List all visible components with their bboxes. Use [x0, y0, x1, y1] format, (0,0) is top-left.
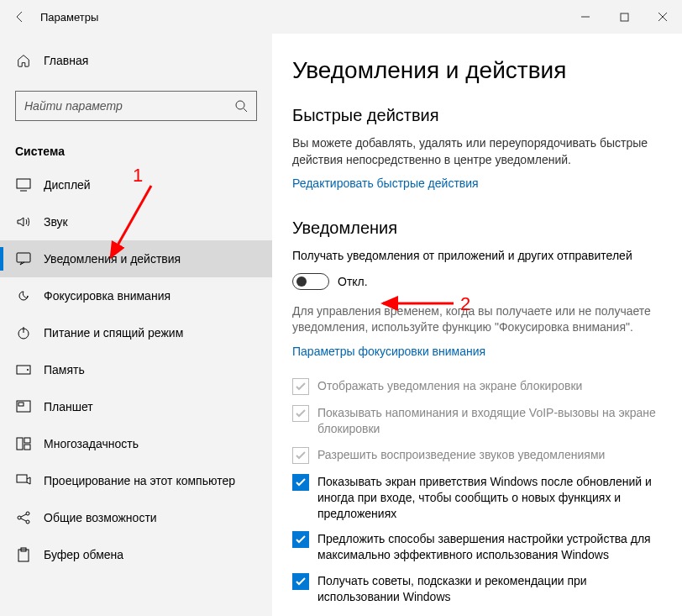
back-button[interactable]: [0, 10, 40, 24]
sidebar-item-focus[interactable]: Фокусировка внимания: [0, 277, 272, 314]
svg-point-4: [236, 101, 244, 109]
svg-rect-8: [17, 253, 30, 262]
window-title: Параметры: [40, 11, 98, 24]
minimize-button[interactable]: [566, 0, 605, 34]
sidebar-item-clipboard[interactable]: Буфер обмена: [0, 536, 272, 573]
sidebar-item-label: Уведомления и действия: [44, 252, 181, 266]
checkbox-icon: [292, 474, 309, 491]
focus-note: Для управления временем, когда вы получа…: [292, 303, 662, 336]
svg-point-21: [26, 520, 29, 524]
sidebar-home-label: Главная: [44, 54, 88, 67]
sidebar-item-label: Общие возможности: [44, 511, 157, 524]
sidebar-item-storage[interactable]: Память: [0, 351, 272, 388]
sound-icon: [15, 213, 32, 230]
svg-rect-16: [24, 438, 30, 443]
check-setup-suggestions[interactable]: Предложить способы завершения настройки …: [292, 531, 662, 563]
home-icon: [15, 52, 32, 69]
svg-point-19: [18, 516, 21, 519]
check-lockscreen-voip[interactable]: Показывать напоминания и входящие VoIP-в…: [292, 405, 662, 437]
svg-point-12: [27, 369, 29, 371]
search-box[interactable]: [15, 91, 257, 121]
check-label: Показывать экран приветствия Windows пос…: [317, 474, 662, 522]
sidebar-home[interactable]: Главная: [0, 42, 272, 79]
focus-icon: [15, 287, 32, 304]
power-icon: [15, 324, 32, 341]
notifications-toggle-label: Получать уведомления от приложений и дру…: [292, 248, 662, 265]
focus-assist-link[interactable]: Параметры фокусировки внимания: [292, 345, 662, 358]
edit-quick-actions-link[interactable]: Редактировать быстрые действия: [292, 176, 662, 190]
search-input[interactable]: [24, 99, 234, 113]
notifications-title: Уведомления: [292, 218, 662, 238]
tablet-icon: [15, 398, 32, 415]
page-title: Уведомления и действия: [292, 57, 662, 84]
projecting-icon: [15, 472, 32, 489]
sidebar-item-label: Память: [44, 363, 85, 376]
svg-line-5: [244, 108, 247, 112]
checkbox-icon: [292, 378, 309, 395]
check-label: Предложить способы завершения настройки …: [317, 531, 662, 563]
check-label: Разрешить воспроизведение звуков уведомл…: [317, 447, 605, 463]
sidebar-item-notifications[interactable]: Уведомления и действия: [0, 240, 272, 277]
notifications-toggle[interactable]: Откл.: [292, 273, 662, 290]
sidebar-item-label: Питание и спящий режим: [44, 326, 183, 340]
svg-rect-15: [17, 438, 23, 450]
svg-rect-6: [17, 179, 30, 188]
svg-rect-1: [621, 13, 628, 21]
svg-rect-18: [17, 475, 27, 482]
checkbox-icon: [292, 573, 309, 590]
toggle-switch[interactable]: [292, 273, 329, 290]
svg-line-23: [21, 519, 26, 521]
content-pane: Уведомления и действия Быстрые действия …: [272, 34, 682, 616]
check-label: Отображать уведомления на экране блокиро…: [317, 378, 582, 394]
sidebar: Главная Система Дисплей Звук Уведомления…: [0, 34, 272, 616]
quick-actions-desc: Вы можете добавлять, удалять или переупо…: [292, 135, 662, 168]
svg-rect-17: [24, 445, 30, 450]
clipboard-icon: [15, 546, 32, 563]
notification-checks: Отображать уведомления на экране блокиро…: [292, 378, 662, 605]
multitask-icon: [15, 435, 32, 452]
check-welcome-experience[interactable]: Показывать экран приветствия Windows пос…: [292, 474, 662, 522]
check-play-sounds[interactable]: Разрешить воспроизведение звуков уведомл…: [292, 447, 662, 464]
storage-icon: [15, 361, 32, 378]
titlebar: Параметры: [0, 0, 682, 34]
sidebar-item-shared[interactable]: Общие возможности: [0, 499, 272, 536]
checkbox-icon: [292, 531, 309, 548]
toggle-state-label: Откл.: [338, 275, 368, 288]
close-button[interactable]: [643, 0, 682, 34]
svg-line-22: [21, 514, 26, 517]
svg-rect-14: [18, 403, 24, 406]
checkbox-icon: [292, 447, 309, 464]
check-lockscreen-notifications[interactable]: Отображать уведомления на экране блокиро…: [292, 378, 662, 395]
sidebar-item-label: Планшет: [44, 400, 93, 413]
quick-actions-title: Быстрые действия: [292, 106, 662, 125]
sidebar-item-multitask[interactable]: Многозадачность: [0, 425, 272, 462]
sidebar-item-label: Буфер обмена: [44, 548, 123, 561]
sidebar-item-label: Фокусировка внимания: [44, 289, 170, 303]
check-tips[interactable]: Получать советы, подсказки и рекомендаци…: [292, 573, 662, 605]
check-label: Показывать напоминания и входящие VoIP-в…: [317, 405, 662, 437]
sidebar-item-label: Проецирование на этот компьютер: [44, 474, 235, 487]
sidebar-item-tablet[interactable]: Планшет: [0, 388, 272, 425]
sidebar-item-power[interactable]: Питание и спящий режим: [0, 314, 272, 351]
sidebar-item-projecting[interactable]: Проецирование на этот компьютер: [0, 462, 272, 499]
shared-icon: [15, 509, 32, 526]
sidebar-item-label: Дисплей: [44, 178, 91, 192]
check-label: Получать советы, подсказки и рекомендаци…: [317, 573, 662, 605]
sidebar-item-sound[interactable]: Звук: [0, 203, 272, 240]
checkbox-icon: [292, 405, 309, 422]
sidebar-item-label: Многозадачность: [44, 437, 139, 450]
display-icon: [15, 176, 32, 193]
sidebar-group-label: Система: [0, 133, 272, 166]
sidebar-item-display[interactable]: Дисплей: [0, 166, 272, 203]
sidebar-item-label: Звук: [44, 215, 68, 229]
search-icon: [234, 99, 248, 113]
maximize-button[interactable]: [605, 0, 643, 34]
svg-point-20: [26, 512, 29, 515]
notification-icon: [15, 250, 32, 267]
